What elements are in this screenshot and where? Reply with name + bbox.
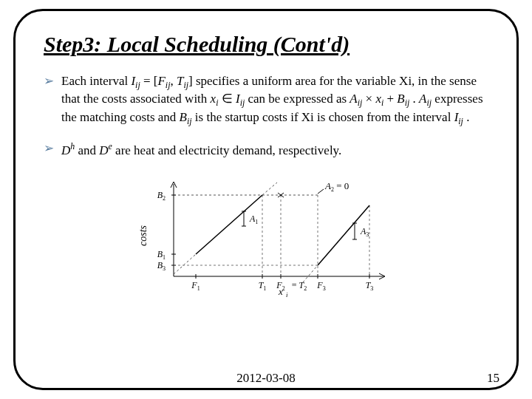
svg-text:B1: B1 (157, 249, 166, 261)
svg-text:B2: B2 (157, 190, 166, 202)
b1-iij: Iij (454, 110, 463, 124)
b1-mid2: can be expressed as (248, 92, 349, 106)
svg-line-31 (318, 189, 324, 194)
slide: Step3: Local Scheduling (Cont'd) ➢ Each … (0, 0, 532, 399)
slide-frame: Step3: Local Scheduling (Cont'd) ➢ Each … (13, 9, 519, 390)
b1-aij: Aij (419, 92, 432, 106)
svg-text:F3: F3 (316, 280, 325, 292)
b1-pre: Each interval (61, 74, 131, 88)
svg-text:F1: F1 (191, 280, 200, 292)
svg-text:F2: F2 (276, 280, 284, 292)
svg-line-29 (262, 183, 277, 195)
svg-text:T3: T3 (366, 280, 374, 292)
b2-dh: Dh (61, 143, 75, 157)
b1-end: . (466, 110, 469, 124)
b1-cost-expr: Aij × xi + Bij (349, 92, 409, 106)
svg-text:i: i (286, 291, 288, 299)
bullet-1: ➢ Each interval Iij = [Fij, Tij] specifi… (44, 73, 488, 127)
b1-mid5: is the startup costs if Xi is chosen fro… (195, 110, 454, 124)
b2-mid: and (78, 143, 99, 157)
bullet-1-text: Each interval Iij = [Fij, Tij] specifies… (61, 73, 488, 127)
slide-title: Step3: Local Scheduling (Cont'd) (44, 32, 488, 57)
svg-line-27 (196, 195, 262, 254)
footer-page-number: 15 (487, 371, 499, 386)
cost-chart-svg: costs x i B2 B1 B3 F1 T1 F2 (133, 173, 399, 299)
svg-text:T1: T1 (259, 280, 267, 292)
b2-de: De (99, 143, 112, 157)
svg-text:A2 = 0: A2 = 0 (324, 180, 349, 193)
b2-end: are heat and electricity demand, respect… (115, 143, 341, 157)
svg-text:= T2: = T2 (292, 280, 307, 292)
b1-mid3: . (413, 92, 420, 106)
footer-date: 2012-03-08 (0, 371, 532, 386)
svg-line-28 (174, 254, 196, 274)
svg-text:A1: A1 (249, 214, 258, 225)
svg-line-35 (303, 265, 318, 282)
bullet-arrow-icon: ➢ (44, 73, 54, 90)
svg-text:A3: A3 (360, 226, 369, 238)
chart-figure: costs x i B2 B1 B3 F1 T1 F2 (44, 173, 488, 299)
b1-xi-in: xi ∈ Iij (211, 92, 245, 106)
b1-bij: Bij (180, 110, 192, 124)
bullet-arrow-icon: ➢ (44, 140, 54, 157)
bullet-2-text: Dh and De are heat and electricity deman… (61, 140, 488, 160)
svg-text:B3: B3 (157, 260, 166, 272)
svg-text:costs: costs (137, 225, 149, 246)
bullet-2: ➢ Dh and De are heat and electricity dem… (44, 140, 488, 160)
b1-interval-def: Iij = [Fij, Tij] (131, 74, 192, 88)
